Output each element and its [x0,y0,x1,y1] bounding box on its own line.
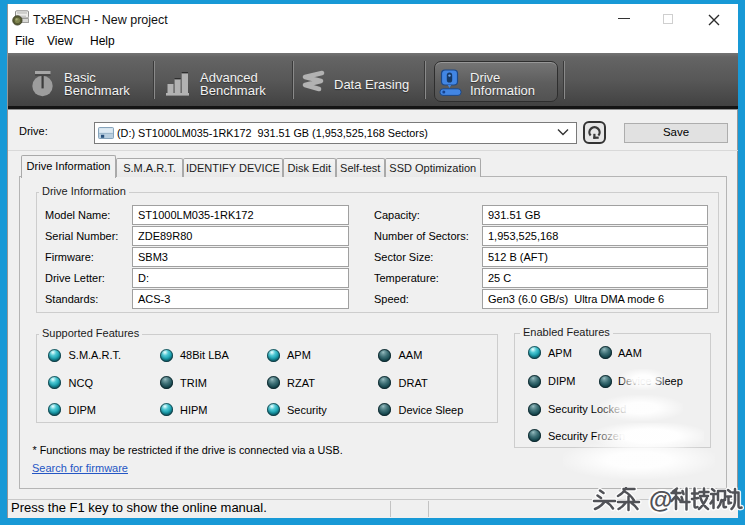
svg-text:@: @ [649,487,672,513]
